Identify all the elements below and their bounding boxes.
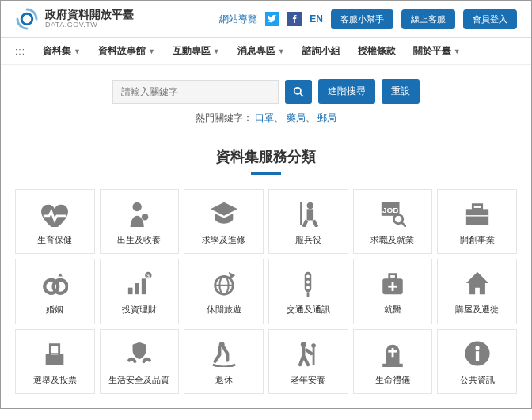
category-label: 選舉及投票	[33, 374, 77, 385]
category-label: 生育保健	[37, 234, 72, 245]
logo-icon	[15, 7, 39, 31]
category-label: 生命禮儀	[375, 374, 410, 385]
category-grid: 生育保健出生及收養求學及進修服兵役JOB求職及就業開創事業婚姻$投資理財休閒旅遊…	[1, 178, 531, 408]
svg-line-11	[401, 222, 406, 227]
category-label: 交通及通訊	[287, 304, 330, 315]
svg-rect-31	[390, 274, 397, 279]
category-label: 退休	[215, 374, 233, 385]
mother-child-icon	[125, 199, 154, 228]
hot-keywords: 熱門關鍵字： 口罩、 藥局、 郵局	[1, 112, 531, 125]
nav-item-4[interactable]: 諮詢小組	[302, 44, 340, 58]
category-card[interactable]: 退休	[184, 329, 264, 394]
svg-rect-19	[142, 279, 146, 295]
svg-rect-18	[135, 283, 139, 294]
nav-item-3[interactable]: 消息專區▼	[238, 44, 285, 58]
medical-kit-icon	[378, 269, 407, 297]
chevron-down-icon: ▼	[74, 47, 81, 55]
category-card[interactable]: 公共資訊	[437, 329, 517, 394]
svg-point-16	[54, 280, 67, 293]
rings-icon	[40, 269, 69, 297]
category-card[interactable]: JOB求職及就業	[353, 189, 433, 254]
category-card[interactable]: 老年安養	[268, 329, 348, 394]
briefcase-icon	[463, 199, 492, 228]
info-icon	[463, 339, 492, 368]
traffic-light-icon	[294, 269, 322, 297]
chevron-down-icon: ▼	[454, 47, 461, 55]
category-label: 服兵役	[295, 234, 321, 245]
nav-item-5[interactable]: 授權條款	[358, 44, 396, 58]
svg-point-27	[306, 281, 310, 284]
category-label: 就醫	[384, 304, 401, 315]
svg-point-1	[294, 87, 301, 93]
category-card[interactable]: 出生及收養	[100, 189, 180, 254]
svg-rect-41	[382, 363, 403, 366]
language-toggle[interactable]: EN	[310, 13, 323, 25]
search-input[interactable]	[112, 80, 279, 104]
header-bar: 政府資料開放平臺 DATA.GOV.TW 網站導覽 EN 客服小幫手 線上客服 …	[1, 1, 531, 38]
hot-keyword[interactable]: 藥局	[287, 112, 306, 123]
nav-item-2[interactable]: 互動專區▼	[173, 44, 220, 58]
nav-item-0[interactable]: 資料集▼	[43, 44, 81, 58]
rocking-chair-icon	[210, 339, 238, 368]
category-card[interactable]: 生育保健	[15, 189, 95, 254]
category-label: 投資理財	[122, 304, 157, 315]
svg-point-28	[306, 286, 310, 289]
login-button[interactable]: 會員登入	[463, 9, 517, 29]
category-card[interactable]: 就醫	[353, 259, 433, 324]
nav-item-1[interactable]: 資料故事館▼	[98, 44, 155, 58]
section-title: 資料集服務分類	[1, 147, 531, 166]
globe-plane-icon	[210, 269, 238, 297]
chart-money-icon: $	[125, 269, 154, 297]
online-service-button[interactable]: 線上客服	[401, 9, 455, 29]
reset-button[interactable]: 重設	[382, 79, 420, 104]
advanced-search-button[interactable]: 進階搜尋	[318, 79, 375, 104]
hot-label: 熱門關鍵字：	[196, 112, 253, 123]
hot-keyword[interactable]: 郵局	[317, 112, 336, 123]
search-button[interactable]	[285, 80, 312, 104]
category-label: 生活安全及品質	[108, 374, 169, 385]
facebook-icon[interactable]	[287, 12, 302, 26]
category-label: 婚姻	[46, 304, 63, 315]
svg-rect-12	[466, 209, 488, 225]
svg-point-3	[132, 202, 141, 211]
help-button[interactable]: 客服小幫手	[331, 9, 393, 29]
chevron-down-icon: ▼	[213, 47, 220, 55]
category-label: 公共資訊	[460, 374, 495, 385]
category-card[interactable]: 服兵役	[268, 189, 348, 254]
svg-point-5	[307, 202, 314, 210]
category-label: 求學及進修	[202, 234, 245, 245]
hands-shield-icon	[125, 339, 154, 368]
sitemap-link[interactable]: 網站導覽	[219, 13, 257, 26]
category-label: 出生及收養	[117, 234, 161, 245]
category-card[interactable]: 求學及進修	[184, 189, 264, 254]
house-icon	[463, 269, 492, 297]
elderly-icon	[294, 339, 322, 368]
category-card[interactable]: 交通及通訊	[268, 259, 348, 324]
site-logo[interactable]: 政府資料開放平臺 DATA.GOV.TW	[15, 7, 134, 31]
category-label: 求職及就業	[370, 234, 414, 245]
category-label: 老年安養	[291, 374, 325, 385]
category-card[interactable]: 婚姻	[15, 259, 95, 324]
ballot-icon	[40, 339, 69, 368]
category-card[interactable]: 生活安全及品質	[100, 329, 180, 394]
svg-point-0	[21, 13, 32, 25]
category-card[interactable]: 購屋及遷徙	[437, 259, 517, 324]
category-card[interactable]: 開創事業	[437, 189, 517, 254]
svg-point-45	[475, 346, 479, 350]
job-search-icon: JOB	[378, 199, 407, 228]
category-card[interactable]: 選舉及投票	[15, 329, 95, 394]
hot-keyword[interactable]: 口罩	[255, 112, 274, 123]
category-card[interactable]: 生命禮儀	[353, 329, 433, 394]
category-card[interactable]: $投資理財	[100, 259, 180, 324]
svg-point-10	[393, 214, 402, 223]
svg-rect-6	[307, 209, 314, 220]
nav-menu-icon[interactable]: :::	[15, 46, 25, 57]
svg-rect-17	[128, 288, 133, 295]
category-label: 開創事業	[460, 234, 495, 245]
soldier-icon	[294, 199, 322, 228]
chevron-down-icon: ▼	[278, 47, 285, 55]
category-card[interactable]: 休閒旅遊	[184, 259, 264, 324]
nav-item-6[interactable]: 關於平臺▼	[413, 44, 461, 58]
twitter-icon[interactable]	[265, 12, 279, 26]
heart-pulse-icon	[40, 199, 69, 228]
